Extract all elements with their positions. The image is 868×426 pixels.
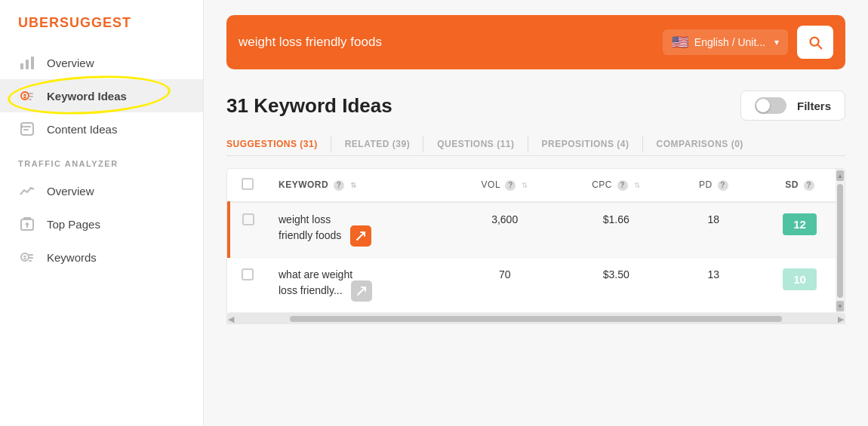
row1-checkbox-cell: [229, 202, 266, 258]
row2-checkbox-cell: [229, 258, 266, 313]
sidebar-group-main: Overview Keyword Ideas: [0, 46, 203, 146]
activity-icon: [18, 182, 36, 200]
scroll-down-button[interactable]: ▼: [836, 301, 844, 311]
sidebar-item-keywords[interactable]: Keywords: [0, 241, 203, 274]
svg-rect-1: [26, 60, 29, 69]
svg-rect-4: [23, 94, 26, 96]
sidebar-item-content-ideas[interactable]: Content Ideas: [0, 112, 203, 146]
svg-rect-2: [31, 57, 34, 69]
table-header-row: KEYWORD ? ⇅ VOL ? ⇅ CPC ? ⇅: [229, 169, 845, 202]
row1-cpc: $1.66: [560, 202, 673, 258]
svg-rect-0: [20, 63, 23, 69]
toppages-icon: [18, 215, 36, 233]
tab-questions[interactable]: QUESTIONS (11): [423, 133, 528, 155]
table-row: weight lossfriendly foods 3,600 $1.66 18…: [229, 202, 845, 258]
row1-link-icon[interactable]: [350, 225, 371, 247]
sidebar-item-traffic-overview-label: Overview: [47, 185, 94, 198]
col-checkbox: [229, 169, 266, 202]
sidebar-item-keywords-label: Keywords: [47, 251, 97, 264]
sidebar-item-keyword-ideas[interactable]: Keyword Ideas: [0, 79, 203, 112]
search-button[interactable]: [797, 26, 833, 59]
svg-rect-16: [23, 256, 26, 257]
language-selector[interactable]: 🇺🇸 English / Unit... ▾: [663, 29, 788, 55]
row2-vol: 70: [450, 258, 560, 313]
tab-comparisons[interactable]: COMPARISONS (0): [643, 133, 757, 155]
h-scroll-thumb[interactable]: [290, 316, 783, 322]
sidebar: UBERSUGGEST Overview: [0, 0, 204, 426]
svg-rect-7: [29, 96, 33, 97]
filters-toggle[interactable]: [755, 97, 786, 114]
scroll-thumb[interactable]: [837, 184, 843, 298]
main-content: 🇺🇸 English / Unit... ▾ 31 Keyword Ideas …: [204, 0, 868, 426]
row1-keyword-text: weight lossfriendly foods: [279, 213, 341, 241]
select-all-checkbox[interactable]: [242, 178, 254, 190]
row2-link-icon[interactable]: [351, 280, 372, 302]
svg-rect-19: [29, 257, 33, 259]
keyword-icon: [18, 87, 36, 105]
vertical-scrollbar[interactable]: ▲ ▼: [836, 169, 845, 313]
col-pd: PD ?: [673, 169, 755, 202]
col-sd: SD ?: [755, 169, 845, 202]
horizontal-scrollbar[interactable]: ◀ ▶: [226, 314, 845, 324]
chart-icon: [18, 54, 36, 72]
row2-checkbox[interactable]: [242, 268, 254, 280]
svg-rect-6: [29, 93, 33, 94]
row1-pd: 18: [673, 202, 755, 258]
toggle-knob: [756, 99, 770, 112]
row2-pd: 13: [673, 258, 755, 313]
cpc-sort-icon[interactable]: ⇅: [634, 181, 641, 189]
sd-help-icon[interactable]: ?: [804, 180, 814, 191]
chevron-down-icon: ▾: [774, 37, 779, 48]
svg-point-12: [20, 125, 23, 128]
col-keyword: KEYWORD ? ⇅: [266, 169, 450, 202]
brand-logo: UBERSUGGEST: [0, 15, 203, 46]
svg-rect-10: [23, 126, 31, 127]
keywords2-icon: [18, 248, 36, 266]
row2-keyword-cell: what are weightloss friendly...: [266, 258, 450, 313]
keyword-tabs: SUGGESTIONS (31) RELATED (39) QUESTIONS …: [226, 133, 845, 156]
flag-icon: 🇺🇸: [672, 34, 688, 51]
keyword-help-icon[interactable]: ?: [334, 180, 344, 191]
vol-sort-icon[interactable]: ⇅: [522, 181, 528, 189]
svg-rect-18: [29, 254, 33, 256]
row1-checkbox[interactable]: [242, 213, 254, 225]
search-input[interactable]: [239, 35, 654, 50]
table-row: what are weightloss friendly... 70 $3.50…: [229, 258, 845, 313]
row1-keyword-cell: weight lossfriendly foods: [266, 202, 450, 258]
sidebar-item-top-pages[interactable]: Top Pages: [0, 207, 203, 241]
col-vol: VOL ? ⇅: [450, 169, 560, 202]
svg-rect-17: [23, 258, 26, 259]
keyword-sort-icon[interactable]: ⇅: [350, 181, 357, 189]
traffic-section-label: TRAFFIC ANALYZER: [0, 146, 203, 174]
pd-help-icon[interactable]: ?: [718, 180, 728, 191]
filters-label: Filters: [797, 100, 831, 112]
sidebar-item-keyword-ideas-label: Keyword Ideas: [47, 90, 127, 103]
row1-vol: 3,600: [450, 202, 560, 258]
tab-prepositions[interactable]: PREPOSITIONS (4): [528, 133, 643, 155]
keyword-ideas-header: 31 Keyword Ideas Filters: [226, 90, 845, 121]
row1-sd-badge: 12: [783, 213, 817, 235]
row2-cpc: $3.50: [560, 258, 673, 313]
sidebar-item-overview[interactable]: Overview: [0, 46, 203, 79]
keyword-table-container: KEYWORD ? ⇅ VOL ? ⇅ CPC ? ⇅: [226, 168, 845, 314]
svg-rect-5: [23, 97, 26, 98]
sidebar-group-traffic: TRAFFIC ANALYZER Overview Top Pages: [0, 146, 203, 274]
svg-rect-8: [29, 99, 32, 100]
vol-help-icon[interactable]: ?: [505, 180, 516, 191]
tab-suggestions[interactable]: SUGGESTIONS (31): [226, 133, 331, 155]
row2-keyword-text: what are weightloss friendly...: [279, 268, 352, 296]
scroll-right-arrow[interactable]: ▶: [838, 314, 844, 324]
col-cpc: CPC ? ⇅: [560, 169, 673, 202]
sidebar-item-traffic-overview[interactable]: Overview: [0, 174, 203, 207]
svg-rect-20: [29, 260, 32, 262]
scroll-left-arrow[interactable]: ◀: [228, 314, 234, 324]
row1-sd: 12: [755, 202, 845, 258]
content-icon: [18, 120, 36, 138]
sidebar-item-top-pages-label: Top Pages: [47, 218, 100, 231]
search-bar: 🇺🇸 English / Unit... ▾: [226, 15, 845, 69]
cpc-help-icon[interactable]: ?: [617, 180, 628, 191]
scroll-up-button[interactable]: ▲: [836, 170, 844, 181]
sidebar-item-overview-label: Overview: [47, 57, 94, 69]
tab-related[interactable]: RELATED (39): [331, 133, 423, 155]
keyword-table: KEYWORD ? ⇅ VOL ? ⇅ CPC ? ⇅: [227, 169, 845, 313]
